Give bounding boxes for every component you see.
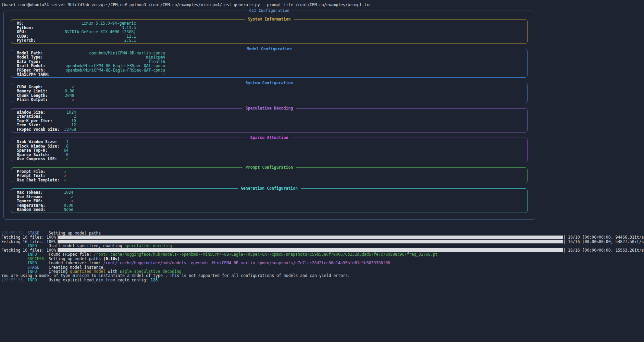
check-icon: ✓ — [17, 157, 69, 161]
progress-bar — [58, 248, 563, 252]
config-row: Model Path:openbmb/MiniCPM4-8B-marlin-cp… — [17, 51, 522, 55]
cli-configuration-panel: CLI Configuration System Information OS:… — [3, 11, 535, 220]
config-value: Linux 5.15.0-94-generic — [17, 21, 136, 26]
log-line-progress: Fetching 10 files: 100%|| 10/10 [00:00<0… — [1, 235, 644, 239]
log-line: [20:55:33]INFOUsing explicit head_dim fr… — [1, 278, 644, 282]
log-highlight-number: 128 — [151, 278, 158, 282]
config-value: 2.5.1 — [17, 38, 136, 43]
config-row: MiniCPM4 YARN:✓ — [17, 72, 522, 77]
log-file-path: /root/.cache/huggingface/hub/models--ope… — [94, 252, 438, 257]
section-system-configuration: System Configuration CUDA Graph:✓ Memory… — [11, 83, 528, 103]
config-row: Tree Size:12 — [17, 123, 522, 127]
config-row: CUDA:12.1 — [17, 34, 522, 39]
section-speculative-decoding: Speculative Decoding Window Size:1024 It… — [11, 108, 528, 133]
config-row: Use Compress LSE:✓ — [17, 157, 522, 161]
config-row: Sink Window Size:1 — [17, 140, 522, 144]
section-title: Speculative Decoding — [243, 106, 296, 111]
config-value: None — [17, 207, 73, 212]
config-row: Model Type:minicpm4 — [17, 55, 522, 60]
config-value: NVIDIA GeForce RTX 4090 (23GB) — [17, 30, 136, 34]
config-row: Use Chat Template:✓ — [17, 178, 522, 182]
config-row: Max Tokens:1024 — [17, 190, 522, 195]
log-level: INFO — [27, 252, 49, 256]
section-title: Model Configuration — [244, 47, 295, 51]
shell-command-line: (base) root@ubuntu24-server-9bfc7d7bb-vc… — [1, 2, 371, 7]
section-title: Prompt Configuration — [243, 165, 296, 170]
cross-icon: ✗ — [17, 98, 74, 102]
config-row: CUDA Graph:✓ — [17, 85, 522, 89]
section-title: System Information — [245, 17, 294, 22]
config-row: Draft Model:openbmb/MiniCPM4-8B-Eagle-FR… — [17, 64, 522, 68]
log-file-path: /root/.cache/huggingface/hub/models--ope… — [103, 261, 390, 265]
section-system-information: System Information OS:Linux 5.15.0-94-ge… — [11, 19, 528, 44]
section-model-configuration: Model Configuration Model Path:openbmb/M… — [11, 49, 528, 78]
progress-stats: | 16/16 [00:00<00:00, 15563.28it/s] — [563, 248, 644, 253]
section-generation-configuration: Generation Configuration Max Tokens:1024… — [11, 188, 528, 213]
config-row: FRSpec Path:openbmb/MiniCPM4-8B-Eagle-FR… — [17, 68, 522, 73]
section-title: Generation Configuration — [238, 186, 301, 191]
config-row: Block Window Size:8 — [17, 144, 522, 149]
log-timestamp: [20:55:33] — [1, 278, 27, 282]
log-line: [20:55:32]STAGESetting up model paths — [1, 231, 644, 235]
config-row: Temperature:0.00 — [17, 203, 522, 208]
config-row: PyTorch:2.5.1 — [17, 38, 522, 43]
cli-configuration-title: CLI Configuration — [246, 8, 293, 13]
config-row: FRSpec Vocab Size:32768 — [17, 127, 522, 132]
log-message: Draft model specified, enabling — [49, 243, 125, 248]
progress-bar — [58, 236, 563, 239]
config-row: Use Stream:✓ — [17, 195, 522, 199]
log-line: INFODraft model specified, enabling spec… — [1, 244, 644, 248]
config-row: Memory Limit:0.90 — [17, 89, 522, 93]
log-level: INFO — [27, 278, 49, 282]
config-row: Chunk Length:2048 — [17, 93, 522, 98]
config-row: Plain Output:✗ — [17, 98, 522, 102]
config-row: Iterations:2 — [17, 114, 522, 119]
config-row: Window Size:1024 — [17, 110, 522, 115]
section-title: Sparse Attention — [247, 135, 292, 140]
log-level: INFO — [27, 261, 49, 265]
config-row: Sparse Top-K:64 — [17, 148, 522, 153]
section-sparse-attention: Sparse Attention Sink Window Size:1 Bloc… — [11, 138, 528, 162]
config-row: GPU:NVIDIA GeForce RTX 4090 (23GB) — [17, 30, 522, 34]
check-icon: ✓ — [17, 178, 66, 182]
progress-stats: | 16/16 [00:00<00:00, 54827.50it/s] — [563, 239, 644, 244]
log-output: [20:55:32]STAGESetting up model paths Fe… — [1, 231, 644, 282]
config-row: Random Seed:None — [17, 207, 522, 212]
log-message: Using explicit head_dim from eagle confi… — [49, 278, 151, 282]
progress-bar — [58, 240, 563, 243]
check-icon: ✓ — [17, 72, 165, 77]
config-row: OS:Linux 5.15.0-94-generic — [17, 21, 522, 26]
config-row: Top-K per Iter:10 — [17, 119, 522, 123]
log-highlight-green: speculative decoding — [125, 243, 172, 248]
section-prompt-configuration: Prompt Configuration Prompt File:✓ Promp… — [11, 167, 528, 183]
config-row: Ignore EOS:✗ — [17, 199, 522, 203]
config-row: Sparse Switch:0 — [17, 153, 522, 157]
config-row: Prompt File:✓ — [17, 169, 522, 174]
section-title: System Configuration — [243, 80, 296, 85]
config-row: Prompt Text:✗ — [17, 174, 522, 178]
config-value: 32768 — [17, 127, 76, 132]
